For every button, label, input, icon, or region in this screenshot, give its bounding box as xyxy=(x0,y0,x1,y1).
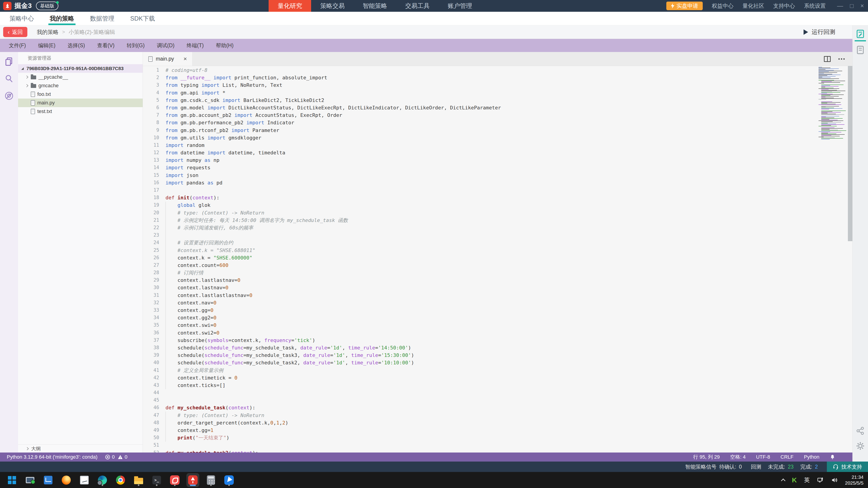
active-indicator xyxy=(855,40,866,41)
back-button[interactable]: ‹ 返回 xyxy=(3,27,27,37)
chevron-left-icon: ‹ xyxy=(8,29,10,35)
debug-disabled-icon[interactable] xyxy=(4,91,13,101)
code-line: 27 context.count=600 xyxy=(143,262,816,269)
code-line: 49 context.gg=1 xyxy=(143,426,816,434)
maximize-button[interactable]: □ xyxy=(850,2,854,9)
taskbar-app-remote[interactable] xyxy=(24,474,36,487)
explorer-item[interactable]: test.txt xyxy=(18,107,143,116)
code-line: 2from __future__ import print_function, … xyxy=(143,74,816,82)
line-number: 48 xyxy=(143,419,159,426)
menu-item[interactable]: 调试(D) xyxy=(151,42,181,49)
speaker-icon[interactable] xyxy=(831,477,838,484)
settings-gear-icon[interactable] xyxy=(856,441,865,451)
taskbar-app-bluebird[interactable] xyxy=(223,474,235,487)
menu-item[interactable]: 选择(S) xyxy=(62,42,91,49)
taskbar-app-chrome[interactable] xyxy=(115,474,127,487)
editor-tab-main-py[interactable]: main.py × xyxy=(143,52,193,66)
line-number: 43 xyxy=(143,382,159,389)
taskbar-app-goldminer3[interactable] xyxy=(187,474,199,487)
main-nav-item[interactable]: 交易工具 xyxy=(396,0,439,12)
taskbar-app-firefox[interactable] xyxy=(60,474,72,487)
main-nav-item[interactable]: 量化研究 xyxy=(269,0,311,12)
menu-item[interactable]: 编辑(E) xyxy=(32,42,62,49)
files-icon[interactable] xyxy=(4,57,13,67)
line-number: 46 xyxy=(143,404,159,411)
share-icon[interactable] xyxy=(856,426,865,435)
indentation[interactable]: 空格: 4 xyxy=(730,454,745,460)
code-line: 8from gm.pb.performance_pb2 import Indic… xyxy=(143,119,816,126)
page-tab[interactable]: 数据管理 xyxy=(89,12,116,25)
menu-item[interactable]: 查看(V) xyxy=(91,42,121,49)
page-tab[interactable]: 策略中心 xyxy=(8,12,35,25)
document-tool[interactable] xyxy=(854,43,867,57)
code-line: 52def my_schedule_task2(context): xyxy=(143,449,816,453)
live-trading-apply-button[interactable]: 实盘申请 xyxy=(666,2,703,10)
explorer-title: 资源管理器 xyxy=(18,52,143,64)
top-link[interactable]: 支持中心 xyxy=(773,2,795,9)
minimize-button[interactable]: — xyxy=(837,2,843,9)
top-link[interactable]: 权益中心 xyxy=(712,2,734,9)
code-line: 31 context.lastlastlastnav=0 xyxy=(143,292,816,299)
explorer-item[interactable]: __pycache__ xyxy=(18,73,143,82)
search-icon[interactable] xyxy=(4,74,13,84)
bell-icon[interactable] xyxy=(830,454,835,460)
finished-count: 2 xyxy=(815,464,818,470)
main-nav-item[interactable]: 策略交易 xyxy=(311,0,353,12)
tab-close-icon[interactable]: × xyxy=(184,55,187,62)
explorer-file-list: __pycache__gmcachefoo.txtmain.pytest.txt xyxy=(18,73,143,116)
taskbar-app-calculator[interactable] xyxy=(205,474,217,487)
menu-item[interactable]: 帮助(H) xyxy=(210,42,240,49)
taskbar-app-gm-quant[interactable] xyxy=(169,474,181,487)
run-backtest-button[interactable]: 运行回测 xyxy=(804,28,835,36)
minimap[interactable] xyxy=(817,67,846,140)
problems-indicator[interactable]: 0 0 xyxy=(105,454,127,460)
outline-section[interactable]: 大纲 xyxy=(18,444,143,453)
menu-item[interactable]: 终端(T) xyxy=(181,42,210,49)
taskbar-app-photos[interactable] xyxy=(78,474,90,487)
taskbar-app-start[interactable] xyxy=(6,474,18,487)
running-indicator xyxy=(190,485,196,486)
top-link[interactable]: 系统设置 xyxy=(804,2,826,9)
tray-clock[interactable]: 21:34 2025/5/5 xyxy=(845,474,864,486)
close-button[interactable]: × xyxy=(860,2,864,9)
scrollbar-thumb[interactable] xyxy=(848,66,852,241)
split-editor-icon[interactable] xyxy=(824,56,831,62)
taskbar-app-bluechart[interactable] xyxy=(42,474,54,487)
explorer-item[interactable]: main.py xyxy=(18,99,143,107)
main-nav-item[interactable]: 智能策略 xyxy=(353,0,396,12)
language-mode[interactable]: Python xyxy=(804,454,819,460)
main-nav-item[interactable]: 账户管理 xyxy=(439,0,481,12)
menu-item[interactable]: 文件(F) xyxy=(3,42,32,49)
network-icon[interactable] xyxy=(817,477,824,484)
tech-support-button[interactable]: 技术支持 xyxy=(827,461,868,472)
page-tab[interactable]: SDK下载 xyxy=(129,12,156,25)
more-actions-icon[interactable] xyxy=(838,58,845,60)
explorer-root-folder[interactable]: 796B03D9-29A1-11F0-951A-00D861BB7C83 xyxy=(18,64,143,73)
strategy-signal-status[interactable]: 智能策略信号 待确认: 0 xyxy=(685,463,742,470)
taskbar-app-terminal[interactable] xyxy=(151,474,163,487)
python-interpreter[interactable]: Python 3.12.9 64-bit ('miniforge3': cond… xyxy=(7,454,97,460)
menu-item[interactable]: 转到(G) xyxy=(121,42,151,49)
code-line: 50 print("一天结束了") xyxy=(143,434,816,442)
explorer-item[interactable]: gmcache xyxy=(18,82,143,90)
eol-sequence[interactable]: CRLF xyxy=(780,454,794,460)
code-line: 32 context.nav=0 xyxy=(143,299,816,306)
line-number: 42 xyxy=(143,374,159,382)
taskbar-app-edge[interactable] xyxy=(96,474,108,487)
tray-expand-icon[interactable] xyxy=(781,479,785,483)
explorer-item[interactable]: foo.txt xyxy=(18,90,143,99)
code-editor[interactable]: 1# coding=utf-82from __future__ import p… xyxy=(143,66,852,453)
encoding[interactable]: UTF-8 xyxy=(756,454,770,460)
gm-quant-icon xyxy=(170,475,180,485)
strategy-edit-tool[interactable] xyxy=(854,27,867,43)
line-number: 33 xyxy=(143,306,159,314)
backtest-status[interactable]: 回测 未完成: 23 完成: 2 xyxy=(751,463,818,470)
top-link[interactable]: 量化社区 xyxy=(743,2,764,9)
taskbar-app-file-explorer[interactable] xyxy=(132,474,145,487)
line-number: 3 xyxy=(143,82,159,89)
tray-k-app-icon[interactable]: K xyxy=(792,476,797,484)
cursor-position[interactable]: 行 95, 列 29 xyxy=(693,454,720,460)
ime-indicator[interactable]: 英 xyxy=(804,476,810,484)
breadcrumb-parent[interactable]: 我的策略 xyxy=(37,29,59,36)
page-tab[interactable]: 我的策略 xyxy=(49,12,75,25)
